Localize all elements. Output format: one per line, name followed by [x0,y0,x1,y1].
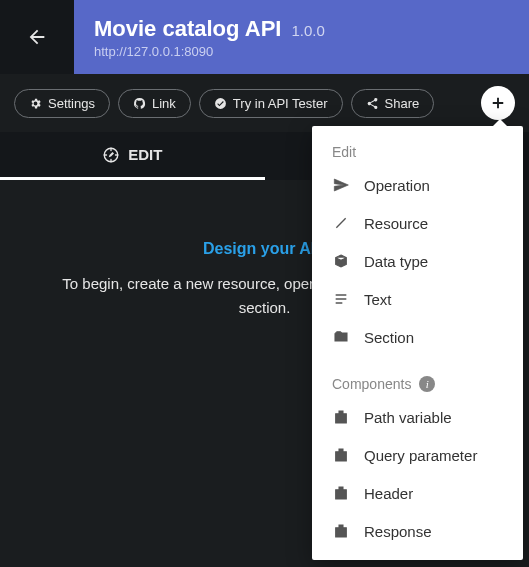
add-button[interactable] [481,86,515,120]
menu-item-datatype[interactable]: Data type [312,242,523,280]
toolbar: Settings Link Try in API Tester Share [0,74,529,132]
edit-circle-icon [102,146,120,164]
add-menu: Edit Operation Resource Data type Text S… [312,126,523,560]
menu-item-response[interactable]: Response [312,512,523,550]
info-icon[interactable]: i [419,376,435,392]
text-icon [332,290,350,308]
component-icon [332,446,350,464]
menu-item-resource[interactable]: Resource [312,204,523,242]
arrow-left-icon [26,26,48,48]
api-title: Movie catalog API [94,16,281,42]
plus-icon [489,94,507,112]
menu-item-operation[interactable]: Operation [312,166,523,204]
github-icon [133,97,146,110]
menu-item-text[interactable]: Text [312,280,523,318]
resource-icon [332,214,350,232]
component-icon [332,484,350,502]
share-button[interactable]: Share [351,89,435,118]
component-icon [332,522,350,540]
check-circle-icon [214,97,227,110]
try-button[interactable]: Try in API Tester [199,89,343,118]
menu-item-path-variable[interactable]: Path variable [312,398,523,436]
tab-edit[interactable]: EDIT [0,132,265,180]
menu-item-query-parameter[interactable]: Query parameter [312,436,523,474]
menu-heading-components: Components i [312,372,523,398]
operation-icon [332,176,350,194]
header-title-area: Movie catalog API 1.0.0 http://127.0.0.1… [74,0,529,74]
api-version: 1.0.0 [291,22,324,39]
back-button[interactable] [0,0,74,74]
gear-icon [29,97,42,110]
menu-item-section[interactable]: Section [312,318,523,356]
share-label: Share [385,96,420,111]
menu-item-header[interactable]: Header [312,474,523,512]
api-url: http://127.0.0.1:8090 [94,44,509,59]
settings-label: Settings [48,96,95,111]
share-icon [366,97,379,110]
component-icon [332,408,350,426]
section-icon [332,328,350,346]
settings-button[interactable]: Settings [14,89,110,118]
link-label: Link [152,96,176,111]
datatype-icon [332,252,350,270]
try-label: Try in API Tester [233,96,328,111]
menu-heading-edit: Edit [312,140,523,166]
tab-edit-label: EDIT [128,146,162,163]
link-button[interactable]: Link [118,89,191,118]
